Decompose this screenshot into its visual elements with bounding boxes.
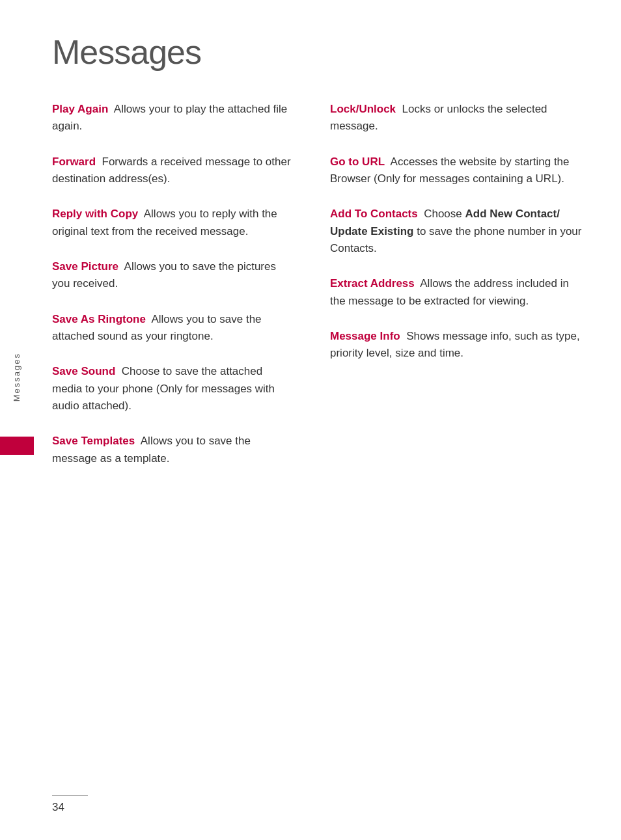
keyword-extract-address: Extract Address [330, 277, 415, 290]
entry-save-templates: Save Templates Allows you to save the me… [52, 433, 291, 467]
page-number-area: 34 [52, 795, 88, 814]
entry-go-to-url-text: Go to URL Accesses the website by starti… [330, 154, 582, 188]
entry-play-again-text: Play Again Allows your to play the attac… [52, 101, 291, 135]
entry-extract-address: Extract Address Allows the address inclu… [330, 275, 582, 310]
page-number: 34 [52, 801, 64, 813]
entry-save-picture: Save Picture Allows you to save the pict… [52, 258, 291, 293]
keyword-save-templates: Save Templates [52, 435, 135, 447]
entry-play-again: Play Again Allows your to play the attac… [52, 101, 291, 135]
entry-lock-unlock: Lock/Unlock Locks or unlocks the selecte… [330, 101, 582, 135]
keyword-add-to-contacts: Add To Contacts [330, 208, 418, 220]
entry-save-templates-text: Save Templates Allows you to save the me… [52, 433, 291, 467]
entry-extract-address-text: Extract Address Allows the address inclu… [330, 275, 582, 310]
sidebar-red-bar [0, 437, 34, 455]
entry-forward: Forward Forwards a received message to o… [52, 154, 291, 188]
keyword-lock-unlock: Lock/Unlock [330, 103, 396, 115]
keyword-reply-with-copy: Reply with Copy [52, 208, 138, 220]
content-area: Play Again Allows your to play the attac… [52, 101, 582, 485]
left-column: Play Again Allows your to play the attac… [52, 101, 317, 485]
entry-forward-text: Forward Forwards a received message to o… [52, 154, 291, 188]
keyword-save-picture: Save Picture [52, 260, 118, 273]
page-number-line [52, 795, 88, 796]
entry-add-to-contacts: Add To Contacts Choose Add New Contact/ … [330, 206, 582, 257]
keyword-message-info: Message Info [330, 330, 400, 342]
entry-message-info-text: Message Info Shows message info, such as… [330, 328, 582, 362]
entry-save-sound-text: Save Sound Choose to save the attached m… [52, 363, 291, 414]
right-column: Lock/Unlock Locks or unlocks the selecte… [317, 101, 582, 485]
entry-go-to-url: Go to URL Accesses the website by starti… [330, 154, 582, 188]
keyword-save-as-ringtone: Save As Ringtone [52, 313, 146, 325]
keyword-go-to-url: Go to URL [330, 156, 385, 168]
page: Messages Messages Play Again Allows your… [0, 0, 621, 840]
entry-save-as-ringtone-text: Save As Ringtone Allows you to save the … [52, 311, 291, 345]
entry-reply-with-copy-text: Reply with Copy Allows you to reply with… [52, 206, 291, 240]
sidebar: Messages [0, 0, 36, 840]
entry-save-as-ringtone: Save As Ringtone Allows you to save the … [52, 311, 291, 345]
sidebar-label: Messages [12, 353, 21, 401]
keyword-play-again: Play Again [52, 103, 108, 115]
entry-message-info: Message Info Shows message info, such as… [330, 328, 582, 362]
page-title: Messages [52, 33, 582, 72]
entry-lock-unlock-text: Lock/Unlock Locks or unlocks the selecte… [330, 101, 582, 135]
entry-reply-with-copy: Reply with Copy Allows you to reply with… [52, 206, 291, 240]
entry-save-sound: Save Sound Choose to save the attached m… [52, 363, 291, 414]
entry-save-picture-text: Save Picture Allows you to save the pict… [52, 258, 291, 293]
keyword-forward: Forward [52, 156, 96, 168]
keyword-save-sound: Save Sound [52, 365, 115, 377]
entry-add-to-contacts-text: Add To Contacts Choose Add New Contact/ … [330, 206, 582, 257]
